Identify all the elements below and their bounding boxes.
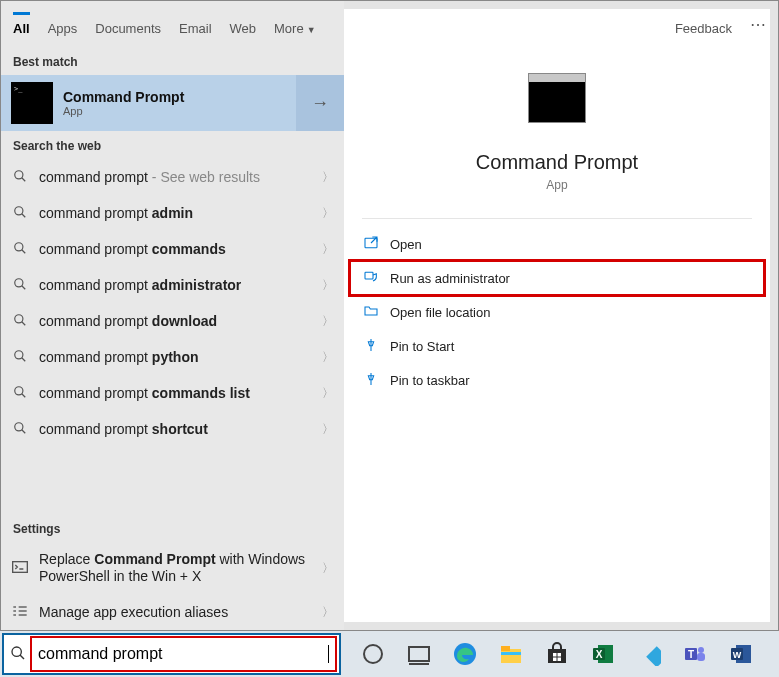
open-icon xyxy=(360,235,382,254)
more-options-icon[interactable]: ⋯ xyxy=(750,15,768,34)
taskbar-store-icon[interactable] xyxy=(543,640,571,668)
taskbar-word-icon[interactable]: W xyxy=(727,640,755,668)
svg-rect-36 xyxy=(558,653,562,657)
svg-rect-24 xyxy=(365,272,373,279)
svg-point-14 xyxy=(15,422,23,430)
result-label: command prompt download xyxy=(39,313,322,330)
taskbar-icons: XTW xyxy=(341,640,779,668)
tab-all[interactable]: All xyxy=(13,12,30,36)
result-label: command prompt python xyxy=(39,349,322,366)
action-pin-start[interactable]: Pin to Start xyxy=(350,329,764,363)
search-icon xyxy=(11,421,29,438)
result-label: command prompt administrator xyxy=(39,277,322,294)
action-label: Run as administrator xyxy=(390,271,510,286)
search-icon xyxy=(11,349,29,366)
svg-rect-16 xyxy=(13,562,28,573)
best-match-title: Command Prompt xyxy=(63,89,184,105)
taskbar-task-view-icon[interactable] xyxy=(405,640,433,668)
action-shield[interactable]: Run as administrator xyxy=(350,261,764,295)
preview-pane: Command Prompt App OpenRun as administra… xyxy=(344,9,770,622)
result-label: command prompt admin xyxy=(39,205,322,222)
action-label: Open xyxy=(390,237,422,252)
svg-text:T: T xyxy=(688,649,694,660)
tab-email[interactable]: Email xyxy=(179,12,212,36)
section-best-match: Best match xyxy=(1,47,344,75)
search-icon xyxy=(11,241,29,258)
svg-rect-42 xyxy=(646,646,661,666)
settings-result[interactable]: Manage app execution aliases〉 xyxy=(1,594,344,630)
tab-documents[interactable]: Documents xyxy=(95,12,161,36)
taskbar-excel-icon[interactable]: X xyxy=(589,640,617,668)
text-caret xyxy=(328,645,329,663)
preview-subtitle: App xyxy=(546,178,567,192)
svg-rect-35 xyxy=(553,653,557,657)
svg-point-27 xyxy=(364,645,382,663)
chevron-right-icon: 〉 xyxy=(322,313,334,330)
search-icon xyxy=(11,169,29,186)
search-input[interactable]: command prompt xyxy=(38,645,328,663)
svg-point-4 xyxy=(15,242,23,250)
svg-rect-34 xyxy=(548,649,566,663)
svg-text:W: W xyxy=(733,650,742,660)
svg-point-25 xyxy=(12,647,21,656)
section-settings: Settings xyxy=(1,514,344,542)
svg-rect-37 xyxy=(553,658,557,662)
feedback-link[interactable]: Feedback xyxy=(675,12,732,36)
settings-result[interactable]: Replace Command Prompt with Windows Powe… xyxy=(1,542,344,594)
search-annotation: command prompt xyxy=(32,638,335,670)
search-icon xyxy=(11,205,29,222)
taskbar-cortana-icon[interactable] xyxy=(359,640,387,668)
svg-point-6 xyxy=(15,278,23,286)
svg-point-12 xyxy=(15,386,23,394)
taskbar-explorer-icon[interactable] xyxy=(497,640,525,668)
svg-rect-28 xyxy=(409,647,429,661)
svg-point-10 xyxy=(15,350,23,358)
action-label: Pin to taskbar xyxy=(390,373,470,388)
svg-line-1 xyxy=(22,177,26,181)
chevron-right-icon: 〉 xyxy=(322,421,334,438)
result-label: command prompt - See web results xyxy=(39,169,322,186)
pin-start-icon xyxy=(360,337,382,356)
svg-rect-31 xyxy=(501,649,521,663)
action-label: Open file location xyxy=(390,305,490,320)
web-result[interactable]: command prompt commands〉 xyxy=(1,231,344,267)
svg-rect-46 xyxy=(697,653,705,661)
result-label: Replace Command Prompt with Windows Powe… xyxy=(39,551,322,585)
svg-point-45 xyxy=(698,647,704,653)
svg-point-8 xyxy=(15,314,23,322)
chevron-right-icon: 〉 xyxy=(322,169,334,186)
best-match-result[interactable]: Command Prompt App → xyxy=(1,75,344,131)
tab-apps[interactable]: Apps xyxy=(48,12,78,36)
folder-icon xyxy=(360,303,382,322)
web-result[interactable]: command prompt python〉 xyxy=(1,339,344,375)
svg-point-2 xyxy=(15,206,23,214)
tab-more[interactable]: More▼ xyxy=(274,12,316,36)
web-result[interactable]: command prompt administrator〉 xyxy=(1,267,344,303)
web-results-list: command prompt - See web results〉command… xyxy=(1,159,344,514)
action-pin-taskbar[interactable]: Pin to taskbar xyxy=(350,363,764,397)
taskbar-kodi-icon[interactable] xyxy=(635,640,663,668)
web-result[interactable]: command prompt shortcut〉 xyxy=(1,411,344,447)
web-result[interactable]: command prompt commands list〉 xyxy=(1,375,344,411)
search-icon xyxy=(11,313,29,330)
tab-web[interactable]: Web xyxy=(230,12,257,36)
action-list: OpenRun as administratorOpen file locati… xyxy=(344,219,770,405)
web-result[interactable]: command prompt admin〉 xyxy=(1,195,344,231)
svg-rect-33 xyxy=(501,652,521,655)
chevron-right-icon: 〉 xyxy=(322,385,334,402)
taskbar-edge-icon[interactable] xyxy=(451,640,479,668)
action-folder[interactable]: Open file location xyxy=(350,295,764,329)
web-result[interactable]: command prompt - See web results〉 xyxy=(1,159,344,195)
best-match-subtitle: App xyxy=(63,105,184,117)
section-search-web: Search the web xyxy=(1,131,344,159)
console-icon xyxy=(11,560,29,576)
command-prompt-icon xyxy=(11,82,53,124)
svg-line-7 xyxy=(22,285,26,289)
taskbar: command prompt XTW xyxy=(0,631,779,677)
taskbar-search[interactable]: command prompt xyxy=(2,633,341,675)
action-open[interactable]: Open xyxy=(350,227,764,261)
svg-rect-38 xyxy=(558,658,562,662)
web-result[interactable]: command prompt download〉 xyxy=(1,303,344,339)
taskbar-teams-icon[interactable]: T xyxy=(681,640,709,668)
expand-arrow-icon[interactable]: → xyxy=(296,75,344,131)
